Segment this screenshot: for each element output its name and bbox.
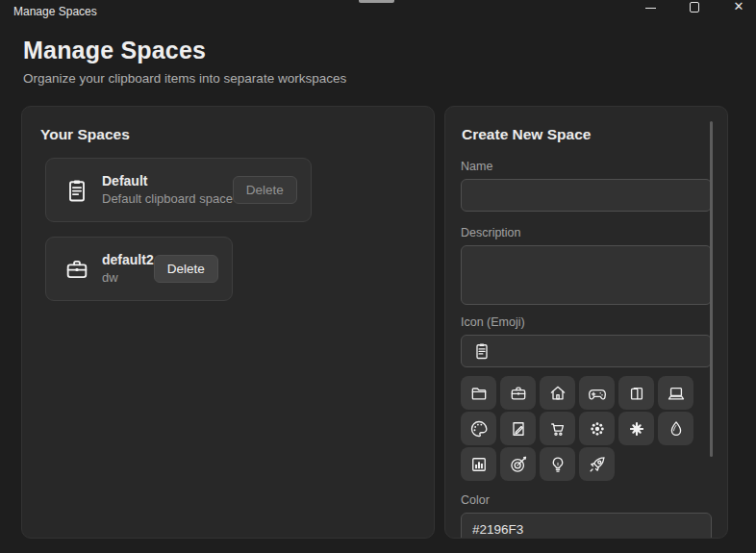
memo-icon [509,419,528,439]
sparkle-icon [627,419,646,439]
rocket-icon [588,455,607,474]
emoji-option-chart-icon[interactable] [461,447,496,481]
create-space-title: Create New Space [462,126,712,143]
close-icon: ✕ [734,0,744,13]
emoji-option-briefcase-icon[interactable] [500,376,536,410]
emoji-option-cart-icon[interactable] [540,412,575,445]
color-label: Color [461,493,712,508]
titlebar: Manage Spaces ✕ [0,0,756,21]
palette-icon [469,419,489,439]
emoji-option-palette-icon[interactable] [461,412,496,445]
scrollbar-thumb[interactable] [710,121,713,457]
emoji-option-droplet-icon[interactable] [658,412,693,445]
description-input[interactable] [461,245,712,305]
delete-default-button[interactable]: Delete [233,176,297,204]
minimize-icon [645,8,656,9]
emoji-option-laptop-icon[interactable] [658,376,693,410]
close-button[interactable]: ✕ [731,0,746,13]
emoji-option-memo-icon[interactable] [500,412,536,445]
space-card-default2: default2 dw Delete [45,237,233,301]
briefcase-icon [63,256,90,283]
emoji-option-gear-icon[interactable] [579,412,615,445]
window-drag-pill [359,0,394,3]
space-name: Default [102,173,233,189]
icon-emoji-label: Icon (Emoji) [461,315,712,330]
gamepad-icon [588,384,607,403]
maximize-icon [690,2,699,13]
space-description: Default clipboard space [102,191,233,207]
laptop-icon [667,384,686,403]
folder-icon [469,384,489,403]
emoji-option-bulb-icon[interactable] [540,447,575,481]
emoji-option-target-icon[interactable] [500,447,536,481]
briefcase-icon [509,384,528,403]
page-subtitle: Organize your clipboard items into separ… [23,71,733,86]
clipboard-icon [472,341,491,361]
description-label: Description [461,226,712,240]
house-icon [548,384,567,403]
clipboard-icon [63,177,90,204]
color-input[interactable] [461,513,712,539]
emoji-grid [461,376,712,481]
space-card-default: Default Default clipboard space Delete [45,158,312,222]
name-input[interactable] [461,179,712,212]
maximize-button[interactable] [687,0,702,13]
create-space-panel: Create New Space Name Description Icon (… [444,106,728,539]
gear-icon [588,419,607,439]
window-title: Manage Spaces [13,5,97,18]
droplet-icon [667,419,686,439]
emoji-option-gamepad-icon[interactable] [579,376,615,410]
bulb-icon [548,455,567,474]
space-description: dw [102,270,154,286]
space-name: default2 [102,252,154,268]
chart-icon [469,455,489,474]
emoji-option-folder-icon[interactable] [461,376,496,410]
emoji-option-sparkle-icon[interactable] [618,412,654,445]
minimize-button[interactable] [643,0,658,13]
emoji-option-house-icon[interactable] [540,376,575,410]
icon-emoji-input[interactable] [461,335,712,367]
delete-default2-button[interactable]: Delete [154,255,218,283]
page-title: Manage Spaces [23,37,733,64]
emoji-option-rocket-icon[interactable] [579,447,615,481]
cart-icon [548,419,567,439]
books-icon [627,384,646,403]
your-spaces-panel: Your Spaces Default Default clipboard sp… [21,106,435,539]
emoji-option-books-icon[interactable] [618,376,654,410]
your-spaces-title: Your Spaces [40,126,416,143]
target-icon [509,455,528,474]
name-label: Name [461,160,712,174]
